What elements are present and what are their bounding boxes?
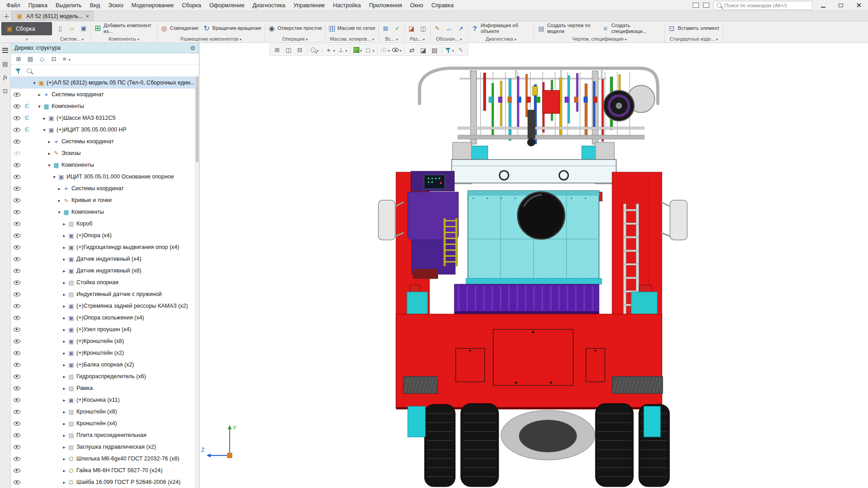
measure-button[interactable] bbox=[455, 45, 466, 55]
tree-item[interactable]: Индуктивный датчик с пружиной bbox=[11, 288, 199, 300]
tree-expand-icon[interactable] bbox=[61, 362, 67, 367]
tree-item[interactable]: Стойка опорная bbox=[11, 277, 199, 288]
tree-expand-icon[interactable] bbox=[61, 386, 67, 391]
rotation-rotation-button[interactable]: Вращение-вращение bbox=[201, 24, 263, 33]
visibility-eye-icon[interactable] bbox=[14, 328, 20, 332]
additional-window-button[interactable] bbox=[49, 55, 59, 64]
list-options-button[interactable] bbox=[61, 55, 71, 64]
tree-expand-icon[interactable] bbox=[51, 174, 57, 179]
leader-button[interactable] bbox=[455, 23, 466, 34]
tree-item[interactable]: (+)АЛ 52 (6312) модель 05 ПС (Тел-0, Сбо… bbox=[11, 77, 199, 89]
tree-expand-icon[interactable] bbox=[61, 339, 67, 344]
visibility-eye-icon[interactable] bbox=[14, 304, 20, 308]
show-all-button[interactable] bbox=[391, 45, 402, 55]
visibility-eye-icon[interactable] bbox=[14, 234, 20, 238]
visibility-eye-icon[interactable] bbox=[14, 93, 20, 97]
create-drawing-button[interactable]: Создать чертеж по модели bbox=[536, 22, 599, 35]
document-tab[interactable]: АЛ 52 (6312) модель... bbox=[11, 11, 94, 21]
menubar-item[interactable]: Эскиз bbox=[104, 1, 127, 9]
visibility-eye-icon[interactable] bbox=[14, 281, 20, 285]
tree-structure-button[interactable] bbox=[14, 55, 24, 64]
dimension-button[interactable] bbox=[443, 23, 454, 34]
tree-item[interactable]: Системы координат bbox=[11, 136, 199, 147]
fx-button[interactable]: fx bbox=[1, 73, 9, 81]
tree-expand-icon[interactable] bbox=[41, 127, 47, 132]
toolbar-group-label[interactable]: Операции bbox=[266, 35, 324, 42]
tree-item[interactable]: Гидрораспределитель (x6) bbox=[11, 371, 199, 382]
tree-expand-icon[interactable] bbox=[61, 351, 67, 356]
tree-expand-icon[interactable] bbox=[61, 445, 67, 450]
reposition-button[interactable] bbox=[406, 45, 417, 55]
relations-button[interactable] bbox=[37, 55, 47, 64]
tree-item[interactable]: Компоненты bbox=[11, 206, 199, 218]
tree-item[interactable]: Системы координат bbox=[11, 183, 199, 194]
note-button[interactable] bbox=[432, 23, 443, 34]
tree-expand-icon[interactable] bbox=[61, 433, 67, 438]
layout-horizontal-button[interactable] bbox=[283, 45, 294, 55]
toolbar-group-label[interactable]: Систем... bbox=[55, 35, 89, 42]
visibility-eye-icon[interactable] bbox=[14, 445, 20, 449]
tree-expand-icon[interactable] bbox=[61, 221, 67, 226]
menubar-item[interactable]: Оформление bbox=[206, 1, 248, 9]
tree-item[interactable]: Заглушка гидравлическая (x2) bbox=[11, 441, 199, 453]
assembly-mode-button[interactable]: Сборка bbox=[1, 22, 52, 35]
tree-item[interactable]: (+)Шасси МАЗ 6312С5 bbox=[11, 112, 199, 124]
tree-item[interactable]: Короб bbox=[11, 218, 199, 230]
tree-item[interactable]: (+)Кронштейн (x2) bbox=[11, 347, 199, 359]
visibility-eye-icon[interactable] bbox=[14, 116, 20, 120]
toolbar-group-label[interactable]: Чертеж, спецификация bbox=[536, 35, 663, 42]
tree-item[interactable]: (+)Косынка (x11) bbox=[11, 394, 199, 406]
detach-view-button[interactable] bbox=[418, 23, 429, 34]
select-check-button[interactable] bbox=[392, 23, 403, 34]
grid-array-button[interactable]: Массив по сетке bbox=[327, 24, 377, 33]
tree-item[interactable]: (+)Узел проушин (x4) bbox=[11, 324, 199, 335]
tree-expand-icon[interactable] bbox=[61, 257, 67, 262]
hide-object-button[interactable] bbox=[379, 45, 391, 55]
visibility-eye-icon[interactable] bbox=[14, 422, 20, 426]
visibility-eye-icon[interactable] bbox=[14, 198, 20, 202]
tree-expand-icon[interactable] bbox=[61, 304, 67, 309]
tree-item[interactable]: Плита присоединительная bbox=[11, 429, 199, 441]
tree-scrollbar[interactable] bbox=[195, 75, 199, 488]
insert-element-button[interactable]: Вставить элемент bbox=[666, 24, 721, 33]
visibility-eye-icon[interactable] bbox=[14, 351, 20, 355]
toolbar-group-label[interactable]: Диагностика bbox=[469, 35, 533, 42]
document-panels-button[interactable] bbox=[1, 60, 9, 68]
tree-item[interactable]: Компоненты bbox=[11, 159, 199, 171]
tree-expand-icon[interactable] bbox=[61, 292, 67, 297]
close-button[interactable] bbox=[852, 1, 865, 10]
gear-icon[interactable] bbox=[190, 45, 195, 52]
menubar-item[interactable]: Диагностика bbox=[249, 1, 289, 9]
toolbar-group-label[interactable]: Размещение компонентов bbox=[159, 35, 263, 42]
create-spec-button[interactable]: Создать спецификаци... bbox=[600, 22, 663, 35]
tab-close-icon[interactable] bbox=[85, 14, 89, 18]
coincidence-button[interactable]: Совпадение bbox=[159, 24, 200, 33]
tree-expand-icon[interactable] bbox=[36, 104, 42, 109]
tree-item[interactable]: Эскизы bbox=[11, 147, 199, 159]
tree-expand-icon[interactable] bbox=[61, 233, 67, 238]
tree-item[interactable]: Гайка М6-6Н ГОСТ 5927-70 (x24) bbox=[11, 465, 199, 476]
main-menu-button[interactable] bbox=[1, 46, 9, 54]
new-tab-button[interactable] bbox=[1, 12, 11, 21]
visibility-eye-icon[interactable] bbox=[14, 245, 20, 249]
new-document-button[interactable] bbox=[55, 23, 66, 34]
menubar-item[interactable]: Вид bbox=[86, 1, 104, 9]
visibility-eye-icon[interactable] bbox=[14, 151, 20, 155]
tree-expand-icon[interactable] bbox=[61, 268, 67, 273]
3d-viewport[interactable]: Y Z bbox=[199, 43, 868, 488]
menubar-item[interactable]: Приложения bbox=[365, 1, 406, 9]
tree-item[interactable]: (+)Балка опорная (x2) bbox=[11, 359, 199, 371]
snap-grid-button[interactable] bbox=[272, 45, 283, 55]
tree-expand-icon[interactable] bbox=[61, 280, 67, 285]
visibility-eye-icon[interactable] bbox=[14, 222, 20, 226]
model-view-canvas[interactable]: Y Z bbox=[199, 43, 868, 488]
menubar-item[interactable]: Правка bbox=[25, 1, 51, 9]
visibility-eye-icon[interactable] bbox=[14, 480, 20, 484]
visibility-eye-icon[interactable] bbox=[14, 410, 20, 414]
tree-expand-icon[interactable] bbox=[46, 139, 52, 144]
tree-expand-icon[interactable] bbox=[56, 210, 62, 215]
tree-expand-icon[interactable] bbox=[56, 198, 62, 203]
visibility-eye-icon[interactable] bbox=[14, 386, 20, 390]
command-search-input[interactable]: Поиск по командам (Alt+/) bbox=[713, 1, 812, 10]
visibility-eye-icon[interactable] bbox=[14, 363, 20, 367]
